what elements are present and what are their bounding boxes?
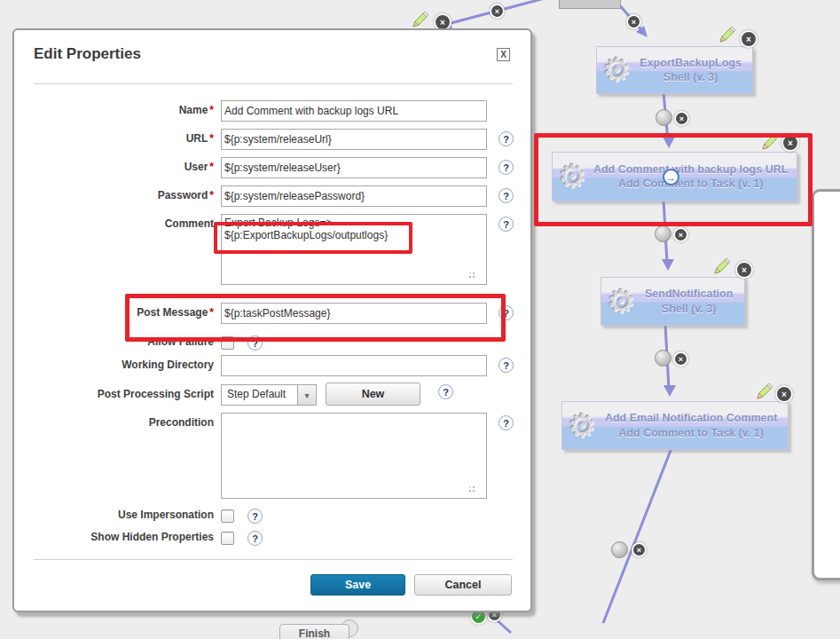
password-input[interactable] xyxy=(221,185,487,207)
help-icon[interactable]: ? xyxy=(438,384,453,399)
comment-textarea[interactable] xyxy=(221,214,487,285)
field-label: Post Processing Script xyxy=(98,388,214,400)
help-icon[interactable]: ? xyxy=(247,509,263,524)
help-icon[interactable]: ? xyxy=(499,160,514,175)
required-marker: * xyxy=(209,189,214,201)
precondition-textarea[interactable] xyxy=(221,413,487,499)
required-marker: * xyxy=(209,161,214,173)
use-impersonation-checkbox[interactable] xyxy=(221,509,234,523)
chevron-down-icon[interactable]: ▾ xyxy=(297,385,316,405)
node-title: Add Email Notification Comment xyxy=(605,412,777,424)
help-icon[interactable]: ? xyxy=(499,305,514,320)
node-export-backup-logs[interactable]: ⚙ ExportBackupLogs Shell (v. 3) xyxy=(596,46,753,94)
step-running-arrow-icon: → xyxy=(663,169,679,185)
required-marker: * xyxy=(209,306,214,319)
save-button[interactable]: Save xyxy=(310,574,405,596)
close-icon[interactable]: X xyxy=(497,48,510,61)
resize-grip[interactable] xyxy=(473,276,475,278)
divider xyxy=(34,83,513,84)
finish-node[interactable]: Finish xyxy=(279,624,349,639)
delete-node-icon[interactable]: × xyxy=(775,385,793,403)
delete-node-icon[interactable]: × xyxy=(735,261,753,279)
help-icon[interactable]: ? xyxy=(499,358,514,373)
dialog-title: Edit Properties xyxy=(34,45,141,63)
delete-link-icon[interactable]: × xyxy=(674,111,689,126)
connector-ball[interactable] xyxy=(655,350,671,367)
allow-failure-checkbox[interactable] xyxy=(221,336,234,350)
field-label: Use Impersonation xyxy=(118,509,214,521)
help-icon[interactable]: ? xyxy=(499,188,514,203)
node-send-notification[interactable]: ⚙ SendNotification Shell (v. 3) xyxy=(601,277,745,326)
resize-grip[interactable] xyxy=(473,490,475,492)
post-processing-script-select[interactable]: Step Default ▾ xyxy=(221,384,317,406)
edit-pencil-icon[interactable] xyxy=(755,382,774,401)
edit-properties-dialog: Edit Properties X Name* URL* ? User* ? P… xyxy=(12,28,532,612)
delete-link-icon[interactable]: × xyxy=(673,351,688,367)
required-marker: * xyxy=(209,132,214,145)
node-add-email-notification[interactable]: ⚙ Add Email Notification Comment Add Com… xyxy=(561,401,789,450)
edit-pencil-icon[interactable] xyxy=(760,132,780,152)
side-panel xyxy=(812,189,840,580)
selected-option: Step Default xyxy=(222,385,297,405)
field-label: Comment xyxy=(165,217,214,230)
node-subtitle: Add Comment to Task (v. 1) xyxy=(618,427,763,439)
help-icon[interactable]: ? xyxy=(499,217,514,232)
delete-link-icon[interactable]: × xyxy=(626,14,641,29)
help-icon[interactable]: ? xyxy=(499,131,514,146)
delete-link-icon[interactable]: × xyxy=(632,542,647,557)
help-icon[interactable]: ? xyxy=(247,335,263,351)
connector-ball[interactable] xyxy=(611,541,628,558)
working-directory-input[interactable] xyxy=(221,355,487,376)
field-label: Precondition xyxy=(149,416,214,429)
help-icon[interactable]: ? xyxy=(247,531,263,546)
field-label: Show Hidden Properties xyxy=(90,531,214,543)
connector-ball[interactable] xyxy=(655,225,671,242)
workflow-editor: Finish ⚙ ExportBackupLogs Shell (v. 3) ⚙… xyxy=(0,0,840,639)
gear-icon: ⚙ xyxy=(602,54,631,86)
url-input[interactable] xyxy=(221,129,487,150)
show-hidden-properties-checkbox[interactable] xyxy=(221,532,234,545)
new-script-button[interactable]: New xyxy=(326,383,420,406)
workflow-node-partial[interactable] xyxy=(559,0,621,9)
help-icon[interactable]: ? xyxy=(499,415,514,430)
connector-ball[interactable] xyxy=(656,109,672,126)
field-label: Working Directory xyxy=(122,359,214,371)
gear-icon: ⚙ xyxy=(558,161,586,193)
divider xyxy=(34,559,513,560)
node-title: SendNotification xyxy=(645,288,733,300)
edit-pencil-icon[interactable] xyxy=(718,25,737,44)
user-input[interactable] xyxy=(221,157,487,178)
field-label: Post Message xyxy=(137,306,208,319)
node-title: ExportBackupLogs xyxy=(640,57,742,69)
field-label: Allow Failure xyxy=(147,335,214,348)
node-subtitle: Shell (v. 3) xyxy=(663,71,718,83)
field-label: Password xyxy=(158,189,208,201)
field-label: User xyxy=(184,161,208,173)
edit-pencil-icon[interactable] xyxy=(411,10,430,29)
node-subtitle: Add Comment to Task (v. 1) xyxy=(618,178,763,190)
node-subtitle: Shell (v. 3) xyxy=(662,303,717,315)
gear-icon: ⚙ xyxy=(568,410,596,442)
delete-node-icon[interactable]: × xyxy=(781,134,799,152)
field-label: URL xyxy=(186,132,208,145)
edit-pencil-icon[interactable] xyxy=(712,256,732,276)
post-message-input[interactable] xyxy=(221,303,487,324)
gear-icon: ⚙ xyxy=(607,286,635,318)
delete-link-icon[interactable]: × xyxy=(673,227,688,242)
delete-link-icon[interactable]: × xyxy=(490,4,505,19)
delete-node-icon[interactable]: × xyxy=(740,30,758,48)
cancel-button[interactable]: Cancel xyxy=(414,574,512,596)
name-input[interactable] xyxy=(221,100,487,122)
field-label: Name xyxy=(179,104,208,116)
node-title: Add Comment with backup logs URL xyxy=(593,163,788,176)
required-marker: * xyxy=(209,104,214,116)
